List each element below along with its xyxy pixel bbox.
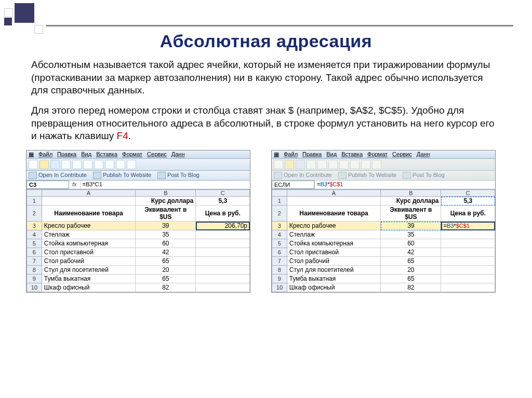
cell[interactable]: Стойка компьютерная [42, 239, 135, 248]
name-box[interactable]: ЕСЛИ [272, 181, 314, 189]
cell[interactable]: 20 [136, 266, 196, 275]
col-b-header[interactable]: B [136, 190, 196, 197]
cell-c2[interactable]: Цена в руб. [196, 205, 250, 222]
row-header[interactable]: 9 [27, 275, 42, 283]
cell[interactable]: Стол рабочий [287, 257, 380, 266]
menu-data[interactable]: Данн [171, 151, 185, 158]
cell[interactable]: 82 [136, 283, 196, 292]
spreadsheet-grid[interactable]: A B C 1 Курс доллара 5,3 2 Наименование … [272, 189, 495, 292]
open-icon[interactable] [285, 160, 294, 169]
row-1-header[interactable]: 1 [272, 197, 287, 205]
cell[interactable]: Стол рабочий [42, 257, 135, 266]
cell-a1[interactable] [42, 197, 135, 205]
spell-icon[interactable] [83, 160, 92, 169]
cell[interactable] [196, 257, 250, 266]
formula-input[interactable]: =B3*$C$1 [314, 181, 495, 189]
new-icon[interactable] [274, 160, 283, 169]
open-icon[interactable] [39, 160, 49, 169]
post-to-blog[interactable]: Post To Blog [157, 172, 200, 179]
row-header[interactable]: 8 [27, 266, 42, 275]
row-header[interactable]: 4 [27, 230, 42, 239]
menu-view[interactable]: Вид [81, 151, 91, 158]
cell[interactable]: Стеллаж [287, 230, 380, 239]
cell[interactable]: Стул для посетителей [287, 266, 380, 275]
cell[interactable]: 82 [381, 283, 441, 292]
cell[interactable]: Кресло рабочее [42, 222, 135, 230]
col-c-header[interactable]: C [196, 190, 250, 197]
cell-c1[interactable]: 5,3 [196, 197, 250, 205]
select-all[interactable] [27, 190, 42, 197]
row-header[interactable]: 6 [27, 248, 42, 257]
name-box[interactable]: C3 [26, 181, 69, 189]
row-header[interactable]: 7 [27, 257, 42, 266]
post-to-blog[interactable]: Post To Blog [403, 172, 445, 179]
print-icon[interactable] [307, 160, 316, 169]
cell[interactable]: 39 [136, 222, 196, 230]
cell[interactable] [196, 248, 250, 257]
format-painter-icon[interactable] [127, 160, 136, 169]
menu-tools[interactable]: Сервис [147, 151, 167, 158]
row-header[interactable]: 5 [272, 239, 287, 248]
cell[interactable]: 39 [381, 222, 441, 230]
menu-insert[interactable]: Вставка [341, 151, 363, 158]
cell[interactable]: 35 [381, 230, 441, 239]
cell[interactable] [441, 257, 495, 266]
row-header[interactable]: 9 [272, 275, 287, 283]
formula-bar[interactable]: C3 fx =B3*C1 [26, 181, 250, 189]
cell[interactable] [196, 283, 250, 292]
row-header[interactable]: 5 [27, 239, 42, 248]
row-header[interactable]: 8 [272, 266, 287, 275]
cell[interactable]: 60 [136, 239, 196, 248]
fx-icon[interactable]: fx [69, 181, 80, 189]
cell-a2[interactable]: Наименование товара [42, 205, 135, 222]
row-header[interactable]: 10 [272, 283, 287, 292]
cell-b2[interactable]: Эквивалент в $US [136, 205, 196, 222]
row-1-header[interactable]: 1 [27, 197, 42, 205]
cell[interactable]: Стол приставной [42, 248, 135, 257]
menu-file[interactable]: Файл [38, 151, 52, 158]
cell[interactable] [441, 230, 495, 239]
cut-icon[interactable] [94, 160, 103, 169]
row-header[interactable]: 3 [27, 222, 42, 230]
open-in-contribute[interactable]: Open In Contribute [29, 172, 87, 179]
select-all[interactable] [272, 190, 287, 197]
menu-insert[interactable]: Вставка [96, 151, 117, 158]
menu-bar[interactable]: ▦ Файл Правка Вид Вставка Формат Сервис … [26, 150, 250, 159]
cell[interactable]: Тумба выкатная [287, 275, 380, 283]
cell[interactable] [441, 283, 495, 292]
cell[interactable] [196, 239, 250, 248]
cell[interactable] [196, 275, 250, 283]
cell[interactable] [441, 239, 495, 248]
formula-input[interactable]: =B3*C1 [80, 181, 250, 189]
menu-view[interactable]: Вид [326, 151, 337, 158]
paste-icon[interactable] [361, 160, 370, 169]
cell[interactable] [441, 248, 495, 257]
row-2-header[interactable]: 2 [272, 205, 287, 222]
cell-a1[interactable] [287, 197, 380, 205]
cell[interactable]: Шкаф офисный [42, 283, 135, 292]
contribute-toolbar[interactable]: Open In Contribute Publish To Website Po… [26, 171, 250, 181]
cell-c2[interactable]: Цена в руб. [441, 205, 495, 222]
save-icon[interactable] [50, 160, 60, 169]
cell[interactable] [196, 266, 250, 275]
cell[interactable]: 42 [136, 248, 196, 257]
cell-b2[interactable]: Эквивалент в $US [381, 205, 441, 222]
cell-b1[interactable]: Курс доллара [381, 197, 441, 205]
cell[interactable] [196, 230, 250, 239]
col-b-header[interactable]: B [381, 190, 441, 197]
standard-toolbar[interactable] [26, 159, 250, 171]
formula-bar[interactable]: ЕСЛИ =B3*$C$1 [272, 181, 495, 189]
row-2-header[interactable]: 2 [27, 205, 42, 222]
cell[interactable] [441, 266, 495, 275]
cell-c3-selected[interactable]: 206,70р [196, 222, 250, 230]
spell-icon[interactable] [328, 160, 338, 169]
row-header[interactable]: 6 [272, 248, 287, 257]
cell[interactable]: 20 [381, 266, 441, 275]
cell[interactable]: 35 [136, 230, 196, 239]
print-icon[interactable] [61, 160, 71, 169]
menu-format[interactable]: Формат [122, 151, 142, 158]
row-header[interactable]: 10 [27, 283, 42, 292]
copy-icon[interactable] [350, 160, 360, 169]
cell[interactable]: 65 [381, 275, 441, 283]
cut-icon[interactable] [339, 160, 349, 169]
